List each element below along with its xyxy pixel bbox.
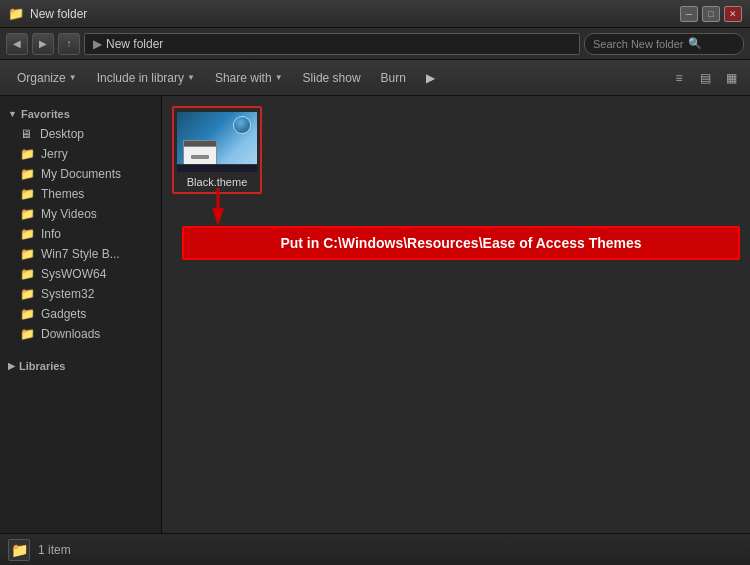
favorites-label: Favorites [21,108,70,120]
window-icon: 📁 [8,6,24,21]
sidebar-item-desktop[interactable]: 🖥 Desktop [0,124,161,144]
back-button[interactable]: ◀ [6,33,28,55]
toolbar-right: ≡ ▤ ▦ [668,67,742,89]
sidebar-item-gadgets[interactable]: 📁 Gadgets [0,304,161,324]
search-box[interactable]: Search New folder 🔍 [584,33,744,55]
thumb-window-bar [191,155,209,159]
window-title: New folder [30,7,87,21]
desktop-icon: 🖥 [20,127,34,141]
search-icon: 🔍 [688,37,702,50]
up-button[interactable]: ↑ [58,33,80,55]
share-with-button[interactable]: Share with ▼ [206,64,292,92]
include-chevron: ▼ [187,73,195,82]
slideshow-button[interactable]: Slide show [294,64,370,92]
instruction-box: Put in C:\Windows\Resources\Ease of Acce… [182,226,740,260]
burn-label: Burn [381,71,406,85]
status-bar: 📁 1 item [0,533,750,565]
share-label: Share with [215,71,272,85]
view-icon-3: ▦ [726,71,737,85]
organize-button[interactable]: Organize ▼ [8,64,86,92]
status-item-count: 1 item [38,543,71,557]
sidebar-item-jerry[interactable]: 📁 Jerry [0,144,161,164]
organize-chevron: ▼ [69,73,77,82]
sidebar-item-label: My Documents [41,167,121,181]
title-bar-controls: ─ □ ✕ [680,6,742,22]
view-button-2[interactable]: ▤ [694,67,716,89]
forward-button[interactable]: ▶ [32,33,54,55]
sidebar-item-label: SysWOW64 [41,267,106,281]
sidebar-item-win7style[interactable]: 📁 Win7 Style B... [0,244,161,264]
sidebar-item-system32[interactable]: 📁 System32 [0,284,161,304]
favorites-chevron: ▼ [8,109,17,119]
sidebar-item-syswow64[interactable]: 📁 SysWOW64 [0,264,161,284]
view-icon-1: ≡ [675,71,682,85]
sidebar-item-label: System32 [41,287,94,301]
view-button-1[interactable]: ≡ [668,67,690,89]
arrow-svg [208,188,228,228]
include-label: Include in library [97,71,184,85]
slideshow-label: Slide show [303,71,361,85]
sidebar-favorites-header[interactable]: ▼ Favorites [0,104,161,124]
close-button[interactable]: ✕ [724,6,742,22]
sidebar-item-mydocuments[interactable]: 📁 My Documents [0,164,161,184]
title-bar-left: 📁 New folder [8,6,87,21]
taskbar-strip [177,164,257,172]
myvideos-icon: 📁 [20,207,35,221]
restore-button[interactable]: □ [702,6,720,22]
sidebar-item-downloads[interactable]: 📁 Downloads [0,324,161,344]
sidebar-item-label: Info [41,227,61,241]
title-bar: 📁 New folder ─ □ ✕ [0,0,750,28]
sidebar-item-label: Themes [41,187,84,201]
status-folder-icon: 📁 [11,542,28,558]
sidebar-item-myvideos[interactable]: 📁 My Videos [0,204,161,224]
sidebar-item-label: Desktop [40,127,84,141]
toolbar: Organize ▼ Include in library ▼ Share wi… [0,60,750,96]
gadgets-icon: 📁 [20,307,35,321]
play-icon: ▶ [426,71,435,85]
libraries-chevron: ▶ [8,361,15,371]
sidebar-item-info[interactable]: 📁 Info [0,224,161,244]
path-arrow: ▶ [93,37,102,51]
libraries-label: Libraries [19,360,65,372]
file-item-black-theme[interactable]: Black.theme [172,106,262,194]
view-button-3[interactable]: ▦ [720,67,742,89]
file-label: Black.theme [187,176,248,188]
annotation-arrow [208,188,228,231]
mydoc-icon: 📁 [20,167,35,181]
share-chevron: ▼ [275,73,283,82]
downloads-icon: 📁 [20,327,35,341]
instruction-text: Put in C:\Windows\Resources\Ease of Acce… [280,235,641,251]
syswow64-icon: 📁 [20,267,35,281]
windows-orb [233,116,251,134]
view-icon-2: ▤ [700,71,711,85]
sidebar-item-label: Gadgets [41,307,86,321]
sidebar-item-themes[interactable]: 📁 Themes [0,184,161,204]
burn-button[interactable]: Burn [372,64,415,92]
svg-marker-1 [212,208,224,226]
search-text: Search New folder [593,38,684,50]
win7style-icon: 📁 [20,247,35,261]
sidebar-item-label: My Videos [41,207,97,221]
address-bar: ◀ ▶ ↑ ▶ New folder Search New folder 🔍 [0,28,750,60]
themes-icon: 📁 [20,187,35,201]
organize-label: Organize [17,71,66,85]
sidebar-item-label: Jerry [41,147,68,161]
sidebar-libraries-header[interactable]: ▶ Libraries [0,356,161,376]
status-icon: 📁 [8,539,30,561]
jerry-icon: 📁 [20,147,35,161]
sidebar-item-label: Win7 Style B... [41,247,120,261]
info-icon: 📁 [20,227,35,241]
burn-play-button[interactable]: ▶ [417,64,444,92]
address-path[interactable]: ▶ New folder [84,33,580,55]
sidebar-item-label: Downloads [41,327,100,341]
minimize-button[interactable]: ─ [680,6,698,22]
include-library-button[interactable]: Include in library ▼ [88,64,204,92]
main-area: ▼ Favorites 🖥 Desktop 📁 Jerry 📁 My Docum… [0,96,750,533]
sidebar-separator [0,344,161,356]
file-thumbnail [177,112,257,172]
path-text: New folder [106,37,163,51]
system32-icon: 📁 [20,287,35,301]
content-area: Black.theme Put in C:\Windows\Resources\… [162,96,750,533]
sidebar: ▼ Favorites 🖥 Desktop 📁 Jerry 📁 My Docum… [0,96,162,533]
